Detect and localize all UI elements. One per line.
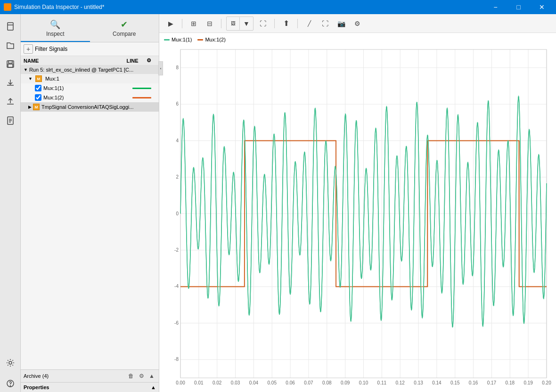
open-file-button[interactable] [2,37,19,54]
svg-rect-3 [8,64,13,67]
separator-2 [221,19,221,28]
properties-label: Properties [24,384,49,390]
filter-signals-bar: + Filter Signals [21,42,159,56]
signal-2-line-preview [132,97,151,98]
legend-item-1: Mux:1(1) [164,37,192,42]
signals-table-header: NAME LINE ⚙ [21,56,159,65]
legend-dot-2 [197,39,203,41]
archive-bar: Archive (4) 🗑 ⚙ ▲ [21,369,159,382]
mux-expand-icon: ▼ [28,76,33,81]
title-bar-controls: − □ ✕ [485,0,552,14]
archive-delete-button[interactable]: 🗑 [127,372,135,380]
signal-1-line-preview [132,88,151,89]
cursor-button[interactable]: ⬆ [279,17,293,30]
save-button[interactable] [2,56,19,73]
tmp-signal-label: TmpSignal ConversionAITAQSigLoggi... [41,104,133,110]
svg-point-7 [10,386,10,386]
legend-label-1: Mux:1(1) [172,37,192,42]
chart-canvas-wrapper: Mux:1(1) Mux:1(2) [159,33,556,392]
help-button[interactable] [2,375,19,392]
archive-collapse-button[interactable]: ▲ [147,372,156,380]
separator-1 [182,19,182,28]
svg-point-5 [9,361,12,364]
run-label: Run 5: slrt_ex_osc_inlined @ TargetPC1 [… [29,67,133,73]
layout-button[interactable]: ⊞ [187,17,200,30]
window-title: Simulation Data Inspector - untitled* [14,4,104,10]
signal-2-line [128,97,156,98]
zoom-in-button[interactable]: 🖼 [227,17,240,30]
close-button[interactable]: ✕ [531,0,552,14]
signals-list: ▼ Run 5: slrt_ex_osc_inlined @ TargetPC1… [21,65,159,369]
legend-item-2: Mux:1(2) [197,37,225,42]
grid-button[interactable]: ⊟ [203,17,216,30]
compare-tab-label: Compare [113,31,136,37]
archive-controls: 🗑 ⚙ ▲ [127,372,156,380]
svg-rect-0 [8,23,13,30]
zoom-dropdown-button[interactable]: ▼ [240,17,253,30]
signal-2-checkbox[interactable] [35,94,41,101]
snapshot-button[interactable]: 📷 [335,17,348,30]
title-bar-left: Simulation Data Inspector - untitled* [4,3,104,11]
add-signal-button[interactable]: + [24,44,33,54]
fullscreen-button[interactable]: ⛶ [319,17,332,30]
compare-icon: ✔ [121,19,128,30]
svg-rect-2 [8,61,12,63]
line-column-header: LINE [118,58,147,64]
inspect-icon: 🔍 [50,19,60,30]
inspect-compare-tabs: 🔍 Inspect ✔ Compare [21,14,159,42]
sidebar-icons [0,14,21,392]
properties-collapse-icon: ▲ [151,384,156,390]
chart-area: ▶ ⊞ ⊟ 🖼 ▼ ⛶ ⬆ ╱ ⛶ 📷 ⚙ Mux [159,14,556,392]
chart-toolbar: ▶ ⊞ ⊟ 🖼 ▼ ⛶ ⬆ ╱ ⛶ 📷 ⚙ [159,14,556,33]
download-button[interactable] [2,74,19,91]
run-row[interactable]: ▼ Run 5: slrt_ex_osc_inlined @ TargetPC1… [21,65,159,74]
settings-button[interactable] [2,354,19,371]
tmp-signal-row[interactable]: ▶ M TmpSignal ConversionAITAQSigLoggi... [21,102,159,112]
properties-bar: Properties ▲ [21,382,159,392]
legend-dot-1 [164,39,170,41]
signal-1-checkbox[interactable] [35,85,41,91]
minimize-button[interactable]: − [485,0,506,14]
play-button[interactable]: ▶ [164,17,177,30]
separator-3 [274,19,275,28]
zoom-group: 🖼 ▼ [226,16,253,31]
archive-settings-button[interactable]: ⚙ [137,372,146,380]
run-expand-icon: ▼ [24,67,28,72]
maximize-button[interactable]: □ [508,0,529,14]
main-container: 🔍 Inspect ✔ Compare ‹ + Filter Signals N… [0,14,556,392]
title-bar: Simulation Data Inspector - untitled* − … [0,0,556,14]
inspect-tab[interactable]: 🔍 Inspect [21,16,90,42]
filter-signals-label: Filter Signals [35,46,67,52]
tmp-expand-icon: ▶ [28,105,32,109]
signal-2-name: Mux:1(2) [43,95,128,100]
signal-row-2[interactable]: Mux:1(2) [21,93,159,102]
collapse-panel-button[interactable]: ‹ [158,61,163,75]
separator-4 [297,19,298,28]
signal-row-1[interactable]: Mux:1(1) [21,83,159,93]
chart-settings-button[interactable]: ⚙ [351,17,364,30]
main-chart-canvas[interactable] [159,33,556,392]
archive-label: Archive (4) [24,373,49,379]
mux-label: Mux:1 [45,76,59,82]
document-button[interactable] [2,112,19,129]
mux-icon: M [35,75,42,82]
mux-row[interactable]: ▼ M Mux:1 [21,74,159,83]
app-icon [4,3,11,11]
zoom-extents-button[interactable]: ⛶ [256,17,270,30]
signal-1-name: Mux:1(1) [43,85,128,91]
new-file-button[interactable] [2,18,19,35]
annotation-button[interactable]: ╱ [303,17,316,30]
compare-tab[interactable]: ✔ Compare [90,16,159,42]
name-column-header: NAME [24,58,118,64]
chart-legend: Mux:1(1) Mux:1(2) [164,37,226,42]
upload-button[interactable] [2,93,19,110]
signals-panel: 🔍 Inspect ✔ Compare ‹ + Filter Signals N… [21,14,159,392]
signal-1-line [128,88,156,89]
settings-column-header: ⚙ [147,57,156,64]
inspect-tab-label: Inspect [46,31,65,37]
tmp-mux-icon: M [33,104,40,110]
legend-label-2: Mux:1(2) [205,37,225,42]
